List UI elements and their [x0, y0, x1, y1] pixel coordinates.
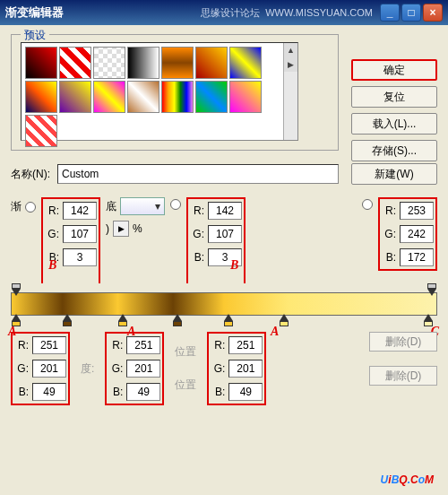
pct-label: % — [133, 222, 142, 235]
g-input[interactable] — [400, 225, 434, 243]
g-input[interactable] — [208, 225, 242, 243]
minimize-button[interactable]: _ — [380, 4, 400, 22]
radio[interactable] — [362, 199, 373, 210]
di-label: 底 — [106, 199, 116, 214]
color-stop[interactable] — [173, 314, 182, 325]
new-button[interactable]: 新建(W) — [351, 163, 437, 185]
footer-logo: UiBQ.CoM — [381, 467, 434, 488]
b-input[interactable] — [32, 383, 66, 401]
maximize-button[interactable]: □ — [401, 4, 421, 22]
preset-swatch[interactable] — [93, 81, 125, 113]
r-input[interactable] — [32, 336, 66, 354]
color-stop[interactable] — [280, 314, 289, 325]
r-label: R: — [45, 204, 59, 217]
b-input[interactable] — [126, 383, 160, 401]
color-stop[interactable] — [424, 314, 433, 325]
gradient-label: 渐 — [11, 199, 22, 214]
preset-swatch[interactable] — [161, 81, 194, 113]
preset-swatch[interactable] — [25, 115, 57, 147]
r-label: R: — [14, 339, 29, 352]
presets-legend: 预设 — [21, 28, 49, 43]
g-input[interactable] — [228, 360, 263, 378]
a2-highlight: R: G: B: — [105, 332, 164, 405]
load-button[interactable]: 载入(L)... — [351, 113, 437, 135]
play-icon[interactable]: ▶ — [113, 221, 129, 237]
preset-swatch[interactable] — [59, 47, 91, 79]
r-label: R: — [382, 204, 396, 217]
scroll-options-icon[interactable]: ▶ — [284, 57, 297, 72]
b-input[interactable] — [400, 248, 434, 266]
g-label: G: — [14, 362, 29, 375]
r-input[interactable] — [400, 202, 434, 220]
preset-swatch[interactable] — [59, 81, 91, 113]
r-label: R: — [108, 339, 123, 352]
titlebar: 渐变编辑器 思缘设计论坛 WWW.MISSYUAN.COM _ □ × — [0, 0, 448, 25]
a1-highlight: R: G: B: — [11, 332, 70, 405]
type-combo[interactable]: ▾ — [120, 197, 165, 215]
g-input[interactable] — [126, 360, 160, 378]
b-label: B: — [14, 386, 29, 398]
color-stop[interactable] — [118, 314, 127, 325]
r-label: R: — [190, 204, 204, 217]
b-label: B: — [211, 386, 225, 398]
preset-swatch[interactable] — [127, 47, 159, 79]
color-stop[interactable] — [63, 314, 72, 325]
r-input[interactable] — [63, 202, 97, 220]
g-input[interactable] — [32, 360, 66, 378]
preset-scrollbar[interactable]: ▲ ▶ — [283, 43, 297, 140]
preset-swatch[interactable] — [127, 81, 159, 113]
radio[interactable] — [170, 199, 181, 210]
g-label: G: — [45, 228, 59, 240]
window-title: 渐变编辑器 — [5, 4, 201, 21]
r-label: R: — [211, 339, 225, 352]
delete-button[interactable]: 删除(D) — [369, 366, 437, 386]
color-stop[interactable] — [224, 314, 233, 325]
g-input[interactable] — [63, 225, 97, 243]
g-label: G: — [190, 228, 204, 240]
name-label: 名称(N): — [11, 167, 50, 182]
c-highlight: R: G: B: — [378, 197, 437, 271]
preset-swatch[interactable] — [25, 47, 57, 79]
r-input[interactable] — [208, 202, 242, 220]
scroll-up-icon[interactable]: ▲ — [284, 43, 297, 57]
b-label: B: — [190, 251, 204, 264]
b-label: B: — [382, 251, 396, 264]
pos-label: 位置 — [175, 378, 196, 393]
g-label: G: — [382, 228, 396, 240]
b-label: B: — [108, 386, 123, 398]
preset-swatch[interactable] — [229, 47, 262, 79]
delete-button[interactable]: 删除(D) — [369, 332, 437, 352]
save-button[interactable]: 存储(S)... — [351, 140, 437, 161]
preset-swatch[interactable] — [25, 81, 57, 113]
gradient-type-radio[interactable] — [25, 202, 36, 213]
preset-swatch[interactable] — [229, 81, 262, 113]
a3-highlight: R: G: B: — [207, 332, 266, 405]
preset-swatch[interactable] — [93, 47, 125, 79]
watermark-url: WWW.MISSYUAN.COM — [265, 7, 373, 18]
color-stop[interactable] — [12, 314, 21, 325]
preset-grid: ▲ ▶ — [21, 42, 298, 141]
watermark-text: 思缘设计论坛 — [201, 6, 260, 20]
g-label: G: — [211, 362, 225, 375]
annot-B: B — [230, 258, 238, 273]
r-input[interactable] — [126, 336, 160, 354]
presets-panel: 预设 ▲ ▶ — [11, 34, 339, 151]
annot-B: B — [48, 258, 56, 273]
preset-swatch[interactable] — [195, 47, 228, 79]
ok-button[interactable]: 确定 — [351, 59, 437, 81]
b-input[interactable] — [63, 248, 97, 266]
preset-swatch[interactable] — [161, 47, 194, 79]
r-input[interactable] — [228, 336, 263, 354]
reset-button[interactable]: 复位 — [351, 86, 437, 108]
g-label: G: — [108, 362, 123, 375]
pos-label: 位置 — [175, 344, 196, 360]
close-button[interactable]: × — [423, 4, 443, 22]
b-input[interactable] — [228, 383, 263, 401]
gradient-preview[interactable] — [11, 292, 437, 316]
preset-swatch[interactable] — [195, 81, 228, 113]
name-input[interactable] — [57, 164, 339, 184]
